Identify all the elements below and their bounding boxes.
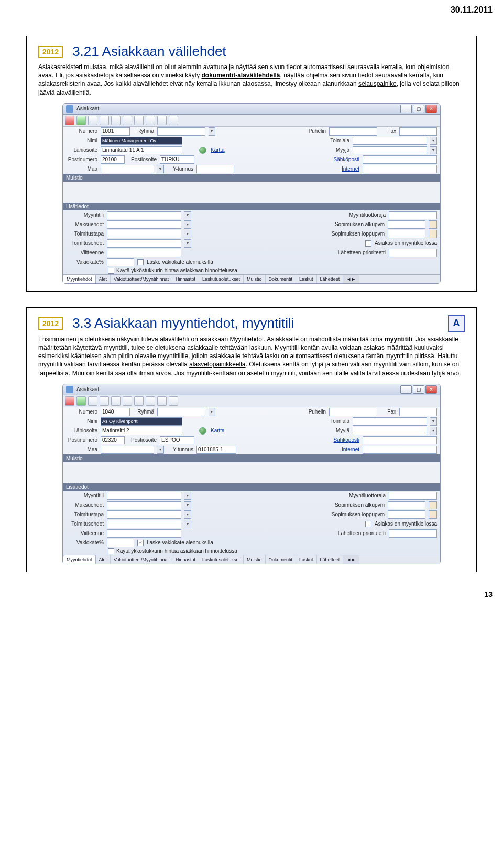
- internet-link[interactable]: Internet: [342, 166, 359, 172]
- tab-dokumentit[interactable]: Dokumentit: [266, 555, 297, 564]
- vakiokate-field[interactable]: [107, 258, 134, 266]
- ryhma-field[interactable]: [157, 127, 205, 136]
- tab-laskut[interactable]: Laskut: [296, 555, 317, 564]
- tab-vakiotuotteet[interactable]: Vakiotuotteet/Myyntihinnat: [111, 555, 172, 564]
- tab-scroll-button[interactable]: ◄►: [343, 275, 359, 283]
- tab-alet[interactable]: Alet: [96, 275, 111, 283]
- toolbar-icon-10[interactable]: [169, 396, 178, 406]
- fax-field[interactable]: [399, 408, 437, 416]
- toolbar-icon-2[interactable]: [76, 396, 86, 406]
- tab-muistio[interactable]: Muistio: [244, 555, 266, 564]
- sopalku-field[interactable]: [388, 220, 425, 229]
- vakiokate-field[interactable]: [107, 539, 134, 547]
- tab-lahetteet[interactable]: Lähetteet: [317, 275, 344, 283]
- muistio-area[interactable]: [63, 182, 440, 203]
- minimize-button[interactable]: –: [400, 385, 412, 394]
- tab-dokumentit[interactable]: Dokumentit: [266, 275, 297, 283]
- asiakas-kiel-checkbox[interactable]: [365, 521, 371, 527]
- postinro-field[interactable]: 20100: [101, 155, 125, 164]
- postios-field[interactable]: ESPOO: [160, 436, 194, 444]
- toolbar-icon-4[interactable]: [100, 396, 109, 406]
- postios-field[interactable]: TURKU: [160, 155, 194, 164]
- chevron-down-icon[interactable]: ▼: [430, 146, 437, 154]
- sahkoposti-link[interactable]: Sähköposti: [334, 157, 359, 162]
- toolbar-icon-9[interactable]: [157, 396, 167, 406]
- viitteenne-field[interactable]: [107, 529, 181, 538]
- toolbar-icon-3[interactable]: [88, 396, 97, 406]
- myyntiluottoraja-field[interactable]: [389, 492, 437, 500]
- chevron-down-icon[interactable]: ▼: [184, 220, 191, 229]
- toimitusehdot-field[interactable]: [107, 239, 181, 248]
- lahetteen-prio-field[interactable]: [389, 529, 437, 538]
- chevron-down-icon[interactable]: ▼: [184, 520, 191, 528]
- myyja-field[interactable]: [353, 427, 427, 435]
- toolbar-icon-9[interactable]: [157, 116, 167, 125]
- internet-link[interactable]: Internet: [342, 447, 359, 452]
- tab-laskut[interactable]: Laskut: [296, 275, 317, 283]
- muistio-area[interactable]: [63, 462, 440, 483]
- fax-field[interactable]: [399, 127, 437, 136]
- myyja-field[interactable]: [353, 146, 427, 154]
- chevron-down-icon[interactable]: ▼: [430, 417, 437, 426]
- toolbar-icon-3[interactable]: [88, 116, 97, 125]
- toolbar-icon-10[interactable]: [169, 116, 178, 125]
- nav-last-icon[interactable]: [146, 116, 155, 125]
- sahkoposti-field[interactable]: [363, 155, 437, 164]
- internet-field[interactable]: [363, 165, 437, 173]
- close-button[interactable]: ✕: [425, 105, 437, 113]
- toolbar-icon-2[interactable]: [76, 116, 86, 125]
- chevron-down-icon[interactable]: ▼: [184, 239, 191, 248]
- chevron-down-icon[interactable]: ▼: [184, 510, 191, 519]
- myyntiluottoraja-field[interactable]: [389, 211, 437, 219]
- tab-hinnastot[interactable]: Hinnastot: [172, 555, 199, 564]
- tab-laskutusoletukset[interactable]: Laskutusoletukset: [199, 275, 244, 283]
- tab-lahetteet[interactable]: Lähetteet: [317, 555, 344, 564]
- lahi-field[interactable]: Matinreitti 2: [101, 427, 182, 435]
- toimiala-field[interactable]: [353, 137, 427, 145]
- chevron-down-icon[interactable]: ▼: [209, 127, 215, 136]
- maximize-button[interactable]: ▢: [413, 105, 424, 113]
- calendar-icon[interactable]: [429, 501, 437, 509]
- calendar-icon[interactable]: [429, 510, 437, 519]
- puhelin-field[interactable]: [329, 408, 377, 416]
- nav-last-icon[interactable]: [146, 396, 155, 406]
- asiakas-kiel-checkbox[interactable]: [365, 240, 371, 247]
- maksuehdot-field[interactable]: [107, 220, 181, 229]
- chevron-down-icon[interactable]: ▼: [157, 446, 164, 454]
- laske-vakiokate-checkbox[interactable]: [137, 259, 144, 265]
- postinro-field[interactable]: 02320: [101, 436, 125, 444]
- tab-laskutusoletukset[interactable]: Laskutusoletukset: [199, 555, 244, 564]
- chevron-down-icon[interactable]: ▼: [430, 137, 437, 145]
- minimize-button[interactable]: –: [400, 105, 412, 113]
- puhelin-field[interactable]: [329, 127, 377, 136]
- tab-hinnastot[interactable]: Hinnastot: [172, 275, 199, 283]
- maksuehdot-field[interactable]: [107, 501, 181, 509]
- tab-vakiotuotteet[interactable]: Vakiotuotteet/Myyntihinnat: [111, 275, 172, 283]
- chevron-down-icon[interactable]: ▼: [430, 427, 437, 435]
- lahi-field[interactable]: Linnankatu 11 A 1: [101, 146, 182, 154]
- sahkoposti-link[interactable]: Sähköposti: [334, 437, 359, 443]
- myyntitili-field[interactable]: [107, 492, 181, 500]
- nav-next-icon[interactable]: [134, 396, 144, 406]
- kartta-link[interactable]: Kartta: [211, 147, 225, 153]
- tab-myyntiehdot[interactable]: Myyntiehdot: [63, 274, 96, 283]
- chevron-down-icon[interactable]: ▼: [184, 211, 191, 219]
- toolbar-icon-1[interactable]: [65, 116, 74, 125]
- toimitusehdot-field[interactable]: [107, 520, 181, 528]
- nav-prev-icon[interactable]: [123, 116, 132, 125]
- tab-scroll-button[interactable]: ◄►: [343, 555, 359, 564]
- ytunnus-field[interactable]: 0101885-1: [196, 446, 236, 454]
- numero-field[interactable]: 1001: [101, 127, 130, 136]
- toimitustapa-field[interactable]: [107, 230, 181, 238]
- toimiala-field[interactable]: [353, 417, 427, 426]
- viitteenne-field[interactable]: [107, 249, 181, 257]
- chevron-down-icon[interactable]: ▼: [157, 165, 164, 173]
- laske-vakiokate-checkbox[interactable]: ✓: [137, 540, 144, 546]
- nimi-field[interactable]: Mäkinen Management Oy: [101, 137, 182, 145]
- kartta-link[interactable]: Kartta: [211, 428, 225, 433]
- tab-myyntiehdot[interactable]: Myyntiehdot: [63, 555, 96, 564]
- lahetteen-prio-field[interactable]: [389, 249, 437, 257]
- nav-first-icon[interactable]: [111, 116, 121, 125]
- close-button[interactable]: ✕: [425, 385, 437, 394]
- maa-field[interactable]: [101, 446, 154, 454]
